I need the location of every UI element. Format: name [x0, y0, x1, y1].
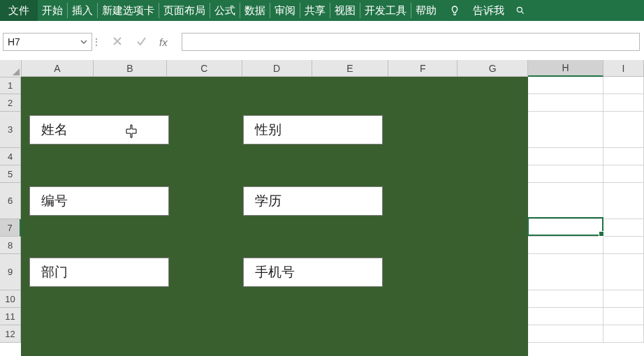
col-header-B[interactable]: B [94, 60, 167, 77]
cell[interactable] [603, 325, 644, 343]
formula-bar-grip[interactable]: ⋮ [92, 33, 99, 51]
lightbulb-icon[interactable] [445, 0, 464, 21]
col-header-A[interactable]: A [22, 60, 94, 77]
svg-line-1 [521, 11, 523, 13]
cell[interactable] [528, 94, 603, 112]
select-all-corner[interactable] [0, 60, 22, 77]
cell[interactable] [528, 237, 603, 254]
cell[interactable] [603, 112, 644, 148]
cell[interactable] [603, 77, 644, 94]
cell[interactable] [603, 290, 644, 308]
tab-share[interactable]: 共享 [300, 0, 330, 21]
name-box-value: H7 [8, 36, 20, 47]
cell[interactable] [528, 325, 603, 343]
tab-new-tab[interactable]: 新建选项卡 [98, 0, 159, 21]
tab-home[interactable]: 开始 [38, 0, 67, 21]
textbox-department[interactable]: 部门 [29, 258, 169, 287]
tab-developer[interactable]: 开发工具 [360, 0, 411, 21]
tab-view[interactable]: 视图 [330, 0, 360, 21]
cell[interactable] [603, 183, 644, 219]
row-header-12[interactable]: 12 [0, 325, 21, 343]
column-headers: A B C D E F G H I [0, 60, 644, 77]
enter-icon[interactable] [136, 36, 147, 49]
row-header-1[interactable]: 1 [0, 77, 21, 94]
spreadsheet-grid[interactable]: A B C D E F G H I 123456789101112 姓名 性别 … [0, 60, 644, 356]
tab-page-layout[interactable]: 页面布局 [159, 0, 210, 21]
cell[interactable] [528, 77, 603, 94]
name-box[interactable]: H7 [3, 33, 92, 51]
cell[interactable] [528, 254, 603, 290]
cell[interactable] [603, 94, 644, 112]
col-header-F[interactable]: F [388, 60, 458, 77]
tab-file[interactable]: 文件 [0, 0, 38, 21]
formula-bar-buttons: fx [99, 33, 182, 51]
cell[interactable] [528, 308, 603, 325]
textbox-education[interactable]: 学历 [243, 186, 383, 216]
row-header-6[interactable]: 6 [0, 183, 21, 219]
row-header-9[interactable]: 9 [0, 254, 21, 290]
cancel-icon[interactable] [112, 36, 123, 49]
row-header-5[interactable]: 5 [0, 165, 21, 183]
cell[interactable] [528, 148, 603, 165]
cell[interactable] [603, 254, 644, 290]
tab-formulas[interactable]: 公式 [210, 0, 240, 21]
tell-me[interactable]: 告诉我 [469, 0, 508, 21]
name-box-dropdown-icon[interactable] [80, 36, 87, 47]
row-header-10[interactable]: 10 [0, 290, 21, 308]
cell[interactable] [528, 290, 603, 308]
cell[interactable] [603, 219, 644, 237]
cell[interactable] [603, 237, 644, 254]
textbox-name[interactable]: 姓名 [29, 115, 169, 144]
row-header-8[interactable]: 8 [0, 237, 21, 254]
row-header-7[interactable]: 7 [0, 219, 21, 237]
row-header-2[interactable]: 2 [0, 94, 21, 112]
formula-input[interactable] [182, 33, 640, 51]
ribbon-tabs: 文件 开始 插入 新建选项卡 页面布局 公式 数据 审阅 共享 视图 开发工具 … [0, 0, 644, 21]
fx-button[interactable]: fx [159, 36, 175, 48]
tab-insert[interactable]: 插入 [68, 0, 97, 21]
cell[interactable] [528, 112, 603, 148]
textbox-phone[interactable]: 手机号 [243, 258, 383, 287]
formula-bar-row: H7 ⋮ fx [0, 32, 644, 52]
cell[interactable] [528, 165, 603, 183]
row-header-11[interactable]: 11 [0, 308, 21, 325]
row-header-3[interactable]: 3 [0, 112, 21, 148]
col-header-H[interactable]: H [528, 60, 603, 77]
cell[interactable] [528, 219, 603, 237]
col-header-C[interactable]: C [167, 60, 242, 77]
tab-data[interactable]: 数据 [240, 0, 270, 21]
col-header-E[interactable]: E [312, 60, 389, 77]
tab-help[interactable]: 帮助 [411, 0, 441, 21]
textbox-gender[interactable]: 性别 [243, 115, 383, 144]
cell[interactable] [603, 165, 644, 183]
col-header-D[interactable]: D [242, 60, 312, 77]
col-header-I[interactable]: I [603, 60, 644, 77]
col-header-G[interactable]: G [458, 60, 528, 77]
cell[interactable] [528, 183, 603, 219]
cell[interactable] [603, 148, 644, 165]
row-header-4[interactable]: 4 [0, 148, 21, 165]
textbox-id[interactable]: 编号 [29, 186, 169, 216]
search-icon[interactable] [511, 0, 529, 21]
tab-review[interactable]: 审阅 [270, 0, 300, 21]
svg-point-0 [517, 7, 522, 12]
cell[interactable] [603, 308, 644, 325]
